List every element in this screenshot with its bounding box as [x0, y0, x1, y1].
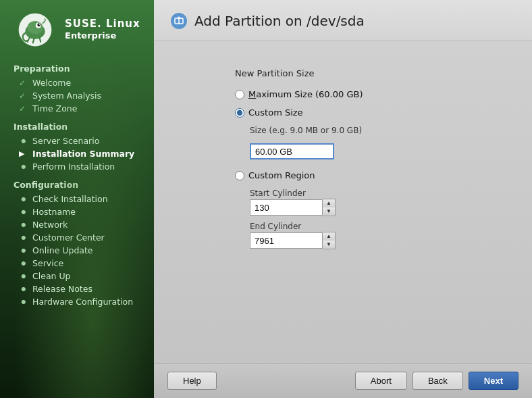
- sidebar-item-system-analysis[interactable]: ✓ System Analysis: [0, 89, 154, 102]
- start-cylinder-spinner: ▲ ▼: [250, 199, 363, 216]
- main-panel: Add Partition on /dev/sda New Partition …: [154, 0, 532, 398]
- sidebar-item-hardware-configuration[interactable]: ● Hardware Configuration: [0, 295, 154, 308]
- arrow-icon: ▶: [19, 149, 28, 158]
- next-button[interactable]: Next: [469, 372, 518, 390]
- size-input-field[interactable]: [250, 143, 334, 159]
- radio-custom-region-label: Custom Region: [248, 170, 315, 180]
- svg-point-5: [39, 24, 41, 25]
- bullet-icon: ●: [19, 260, 28, 266]
- sidebar-item-online-update[interactable]: ● Online Update: [0, 244, 154, 257]
- abort-button[interactable]: Abort: [355, 372, 407, 390]
- bullet-icon: ●: [19, 299, 28, 305]
- radio-custom-size-label: Custom Size: [248, 107, 303, 118]
- suse-logo-icon: [14, 12, 57, 47]
- main-header: Add Partition on /dev/sda: [154, 0, 532, 41]
- page-title: Add Partition on /dev/sda: [194, 13, 365, 29]
- brand-text: SUSE. Linux Enterprise: [65, 18, 140, 42]
- sidebar-item-perform-installation[interactable]: ● Perform Installation: [0, 160, 154, 173]
- sidebar: SUSE. Linux Enterprise Preparation ✓ Wel…: [0, 0, 154, 398]
- section-preparation: Preparation: [0, 59, 154, 76]
- sidebar-item-installation-summary[interactable]: ▶ Installation Summary: [0, 147, 154, 160]
- checkmark-icon: ✓: [19, 91, 28, 101]
- sidebar-item-network[interactable]: ● Network: [0, 218, 154, 231]
- size-input-row: [250, 143, 363, 159]
- end-cylinder-up-button[interactable]: ▲: [323, 232, 335, 241]
- help-button[interactable]: Help: [167, 372, 217, 390]
- partition-icon: [170, 12, 188, 30]
- start-cylinder-up-button[interactable]: ▲: [323, 199, 335, 207]
- partition-form: New Partition Size Maximum Size (60.00 G…: [235, 68, 363, 249]
- bullet-icon: ●: [19, 247, 28, 253]
- end-cylinder-group: End Cylinder ▲ ▼: [250, 222, 363, 249]
- end-cylinder-spinner: ▲ ▼: [250, 232, 363, 249]
- end-cylinder-label: End Cylinder: [250, 222, 363, 231]
- footer-right-buttons: Abort Back Next: [355, 372, 518, 390]
- end-cylinder-down-button[interactable]: ▼: [323, 241, 335, 249]
- radio-custom-size[interactable]: [235, 108, 244, 118]
- bullet-icon: ●: [19, 234, 28, 241]
- checkmark-icon: ✓: [19, 78, 28, 88]
- main-footer: Help Abort Back Next: [154, 363, 532, 398]
- logo-area: SUSE. Linux Enterprise: [0, 0, 154, 57]
- sidebar-item-hostname[interactable]: ● Hostname: [0, 205, 154, 218]
- start-cylinder-group: Start Cylinder ▲ ▼: [250, 189, 363, 216]
- radio-custom-region[interactable]: [235, 171, 244, 180]
- radio-max-size[interactable]: [235, 90, 244, 99]
- checkmark-icon: ✓: [19, 104, 28, 114]
- sidebar-item-server-scenario[interactable]: ● Server Scenario: [0, 134, 154, 147]
- sidebar-item-time-zone[interactable]: ✓ Time Zone: [0, 102, 154, 115]
- bullet-icon: ●: [19, 138, 28, 144]
- sidebar-item-service[interactable]: ● Service: [0, 257, 154, 270]
- sidebar-item-release-notes[interactable]: ● Release Notes: [0, 282, 154, 295]
- bullet-icon: ●: [19, 222, 28, 228]
- bullet-icon: ●: [19, 164, 28, 170]
- svg-point-4: [37, 23, 41, 26]
- start-cylinder-input[interactable]: [250, 199, 323, 216]
- bullet-icon: ●: [19, 196, 28, 202]
- radio-custom-region-row: Custom Region: [235, 170, 363, 180]
- start-cylinder-label: Start Cylinder: [250, 189, 363, 198]
- sidebar-item-customer-center[interactable]: ● Customer Center: [0, 231, 154, 244]
- radio-custom-size-row: Custom Size: [235, 107, 363, 118]
- end-cylinder-buttons: ▲ ▼: [323, 232, 336, 249]
- brand-subtitle: Enterprise: [65, 30, 140, 42]
- start-cylinder-buttons: ▲ ▼: [323, 199, 336, 216]
- svg-point-2: [28, 21, 43, 34]
- cylinder-section: Start Cylinder ▲ ▼ End Cylinder: [250, 189, 363, 249]
- sidebar-item-clean-up[interactable]: ● Clean Up: [0, 270, 154, 282]
- bullet-icon: ●: [19, 209, 28, 215]
- size-hint-text: Size (e.g. 9.0 MB or 9.0 GB): [250, 126, 363, 135]
- start-cylinder-down-button[interactable]: ▼: [323, 207, 335, 216]
- new-partition-size-label: New Partition Size: [235, 68, 363, 78]
- section-installation: Installation: [0, 118, 154, 134]
- main-content: New Partition Size Maximum Size (60.00 G…: [154, 41, 532, 363]
- sidebar-item-check-installation[interactable]: ● Check Installation: [0, 193, 154, 205]
- bullet-icon: ●: [19, 286, 28, 292]
- radio-max-size-label: Maximum Size (60.00 GB): [248, 89, 363, 99]
- sidebar-item-welcome[interactable]: ✓ Welcome: [0, 76, 154, 89]
- back-button[interactable]: Back: [413, 372, 463, 390]
- section-configuration: Configuration: [0, 176, 154, 193]
- brand-name: SUSE. Linux: [65, 18, 140, 31]
- bullet-icon: ●: [19, 273, 28, 279]
- radio-max-size-row: Maximum Size (60.00 GB): [235, 89, 363, 99]
- end-cylinder-input[interactable]: [250, 232, 323, 249]
